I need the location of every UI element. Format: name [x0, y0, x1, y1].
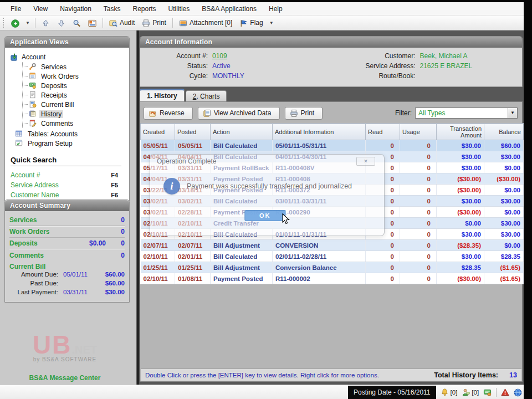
summary-label: Work Orders — [9, 228, 71, 236]
column-header-transaction-amount[interactable]: Transaction Amount — [437, 124, 484, 140]
users-status[interactable]: [0] — [462, 388, 479, 396]
back-button[interactable] — [8, 18, 22, 28]
column-header-usage[interactable]: Usage — [400, 124, 437, 140]
summary-label: Comments — [9, 252, 71, 259]
column-header-created[interactable]: Created — [141, 124, 175, 140]
print-label: Print — [152, 19, 166, 27]
cell-usage: 0 — [400, 207, 437, 218]
view-archived-data-button[interactable]: View Archived Data — [198, 107, 280, 120]
table-row[interactable]: 01/25/1101/25/11Bill AdjustmentConversio… — [141, 262, 524, 273]
sidebar-item-work-orders[interactable]: Work Orders — [23, 71, 126, 81]
sidebar-item-account[interactable]: Account — [11, 52, 126, 62]
table-row[interactable]: 02/10/1101/08/11Payment PostedR11-000002… — [141, 273, 524, 284]
sidebar-item-program-setup[interactable]: Program Setup — [15, 139, 126, 148]
audit-button[interactable]: Audit — [106, 18, 137, 28]
account-info-label: Customer: — [331, 52, 420, 62]
account-info-label: Cycle: — [146, 72, 212, 82]
current-bill-label: Current Bill — [9, 261, 125, 271]
quick-search-label: Account # — [11, 171, 40, 179]
quick-search-service-address[interactable]: Service AddressF5 — [11, 180, 126, 190]
dialog-close-button[interactable]: ✕ — [356, 157, 375, 166]
quick-search-hotkey: F4 — [111, 172, 118, 178]
person-icon — [462, 388, 470, 396]
sidebar-item-label: History — [39, 110, 63, 118]
sidebar-item-current-bill[interactable]: Current Bill — [23, 100, 126, 109]
summary-row-work-orders: Work Orders0 — [9, 226, 125, 238]
summary-count: 0 — [106, 252, 125, 259]
column-header-additional-information[interactable]: Additional Information — [273, 124, 366, 140]
history-tab-panel: Reverse View Archived Data Print Filter:… — [140, 101, 523, 382]
flag-button[interactable]: Flag — [237, 18, 265, 28]
flag-dropdown-caret[interactable]: ▼ — [268, 21, 275, 25]
current-bill-date — [58, 280, 93, 289]
quick-search-section: Quick Search Account #F4Service AddressF… — [11, 156, 126, 200]
alerts-status[interactable]: [0] — [441, 388, 458, 396]
filter-label: Filter: — [395, 109, 412, 117]
messages-button[interactable] — [483, 388, 492, 396]
sidebar-item-deposits[interactable]: Deposits — [23, 81, 126, 90]
reverse-button[interactable]: Reverse — [144, 107, 193, 120]
online-status-button[interactable] — [514, 388, 522, 396]
cell-usage: 0 — [400, 229, 437, 240]
summary-count: 0 — [106, 239, 125, 247]
cell-created: 02/07/11 — [141, 240, 175, 251]
cell-usage: 0 — [400, 140, 437, 151]
tab-charts[interactable]: 2. Charts — [186, 90, 227, 102]
table-row[interactable]: 05/05/1105/05/11Bill Calculated05/01/11-… — [141, 140, 524, 151]
program-setup-icon — [15, 139, 23, 147]
sidebar-item-label: Deposits — [39, 82, 69, 90]
account-information-body: Account #:0109Status:ActiveCycle:MONTHLY… — [140, 48, 522, 86]
nav-down-button[interactable] — [54, 18, 68, 28]
column-header-read[interactable]: Read — [366, 124, 400, 140]
cell-read: 0 — [366, 140, 400, 151]
sidebar-item-services[interactable]: Services — [23, 62, 126, 71]
cell-balance: $60.00 — [484, 140, 524, 151]
account-info-row-status: Status:Active — [146, 62, 331, 72]
sidebar-item-history[interactable]: History — [23, 109, 126, 119]
tab-label: . Charts — [196, 93, 219, 100]
column-header-action[interactable]: Action — [211, 124, 273, 140]
print-grid-button[interactable]: Print — [285, 107, 323, 120]
menu-navigation[interactable]: Navigation — [54, 3, 98, 14]
quick-search-customer-name[interactable]: Customer NameF6 — [11, 190, 126, 200]
back-dropdown-caret[interactable]: ▼ — [24, 21, 32, 25]
alert-warning-button[interactable] — [501, 388, 509, 396]
account-info-row-service-address: Service Address:21625 E BRAZEL — [331, 62, 517, 72]
print-button[interactable]: Print — [139, 18, 169, 28]
cell-balance: $30.00 — [484, 229, 524, 240]
table-row[interactable]: 02/07/1102/07/11Bill AdjustmentCONVERSIO… — [141, 240, 524, 251]
quick-search-account[interactable]: Account #F4 — [11, 170, 126, 180]
search-button[interactable] — [70, 18, 84, 28]
menu-help[interactable]: Help — [263, 3, 289, 14]
report-view-button[interactable] — [85, 18, 99, 28]
menu-file[interactable]: File — [4, 3, 27, 14]
sidebar-item-tables-accounts[interactable]: Tables: Accounts — [15, 129, 126, 139]
menu-utilities[interactable]: Utilities — [162, 3, 196, 14]
attachment-button[interactable]: Attachment [0] — [176, 18, 235, 28]
table-row[interactable]: 02/10/1102/01/11Bill Calculated02/01/11-… — [141, 251, 524, 262]
filter-group: Filter: All Types ▼ — [395, 108, 518, 119]
tab-history[interactable]: 1. History — [140, 89, 185, 102]
menu-reports[interactable]: Reports — [127, 3, 162, 14]
toolbar-separator — [172, 18, 173, 28]
cell-posted: 05/05/11 — [175, 140, 211, 151]
sidebar-item-comments[interactable]: Comments — [23, 119, 126, 128]
current-bill-label: Last Payment: — [9, 289, 58, 298]
account-info-label: Account #: — [146, 52, 212, 62]
dialog-ok-button[interactable]: OK — [244, 210, 285, 221]
cell-created: 02/10/11 — [141, 251, 175, 262]
sidebar-item-receipts[interactable]: Receipts — [23, 90, 126, 100]
account-summary-panel: Account Summary Services0Work Orders0Dep… — [4, 200, 130, 303]
menu-bs-a-applications[interactable]: BS&A Applications — [196, 3, 263, 14]
filter-dropdown-arrow-icon[interactable]: ▼ — [508, 108, 517, 118]
message-center-link[interactable]: BS&A Message Center — [0, 374, 130, 382]
menu-tasks[interactable]: Tasks — [98, 3, 127, 14]
column-header-balance[interactable]: Balance — [484, 124, 524, 140]
filter-dropdown[interactable]: All Types ▼ — [415, 108, 518, 119]
column-header-posted[interactable]: Posted — [175, 124, 211, 140]
dialog-message: Payment was successfully transferred and… — [187, 182, 352, 190]
menu-view[interactable]: View — [27, 3, 54, 14]
cell-balance: ($30.00) — [484, 173, 524, 185]
nav-up-button[interactable] — [39, 18, 53, 28]
account-info-value[interactable]: 0109 — [212, 52, 227, 62]
